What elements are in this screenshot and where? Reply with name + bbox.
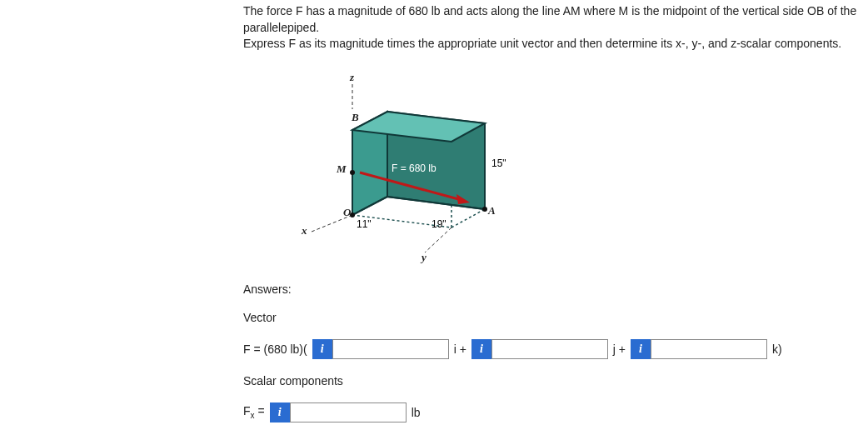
problem-statement: The force F has a magnitude of 680 lb an…: [243, 3, 868, 52]
vector-heading: Vector: [243, 311, 868, 324]
svg-line-2: [425, 228, 451, 252]
force-label: F = 680 lb: [392, 162, 436, 174]
vector-answer-row: F = (680 lb)( i i + i j + i k): [243, 339, 868, 359]
svg-point-16: [350, 170, 355, 175]
dim-height: 15": [491, 158, 506, 169]
vector-prefix: F = (680 lb)(: [243, 342, 307, 356]
answers-heading: Answers:: [243, 282, 868, 296]
dim-depth: 11": [357, 218, 372, 230]
scalar-fx-row: Fx = i lb: [243, 402, 868, 422]
problem-line-2: Express F as its magnitude times the app…: [243, 37, 841, 50]
fx-unit: lb: [412, 406, 421, 419]
vector-k-input[interactable]: [651, 339, 767, 359]
info-icon[interactable]: i: [631, 339, 651, 359]
svg-line-4: [451, 209, 485, 228]
fx-label: Fx =: [243, 404, 265, 420]
point-m-label: M: [337, 162, 347, 176]
axis-y-label: y: [422, 251, 427, 264]
info-icon[interactable]: i: [270, 402, 290, 422]
scalar-fx-input[interactable]: [290, 402, 407, 422]
vector-j-input[interactable]: [491, 339, 608, 359]
axis-x-label: x: [302, 224, 307, 238]
point-b-label: B: [352, 111, 359, 124]
point-o-label: O: [343, 206, 351, 219]
j-plus-text: j +: [613, 342, 626, 356]
scalar-heading: Scalar components: [243, 374, 868, 388]
point-a-label: A: [488, 204, 496, 218]
info-icon[interactable]: i: [312, 339, 332, 359]
info-icon[interactable]: i: [471, 339, 491, 359]
problem-line-1: The force F has a magnitude of 680 lb an…: [243, 4, 856, 34]
k-close-text: k): [772, 342, 782, 356]
problem-figure: z x y B M O A F = 680 lb 15" 11" 19": [277, 61, 543, 278]
axis-z-label: z: [350, 71, 354, 84]
svg-point-18: [482, 207, 487, 212]
dim-width: 19": [432, 218, 446, 230]
i-plus-text: i +: [454, 342, 466, 356]
vector-i-input[interactable]: [332, 339, 449, 359]
